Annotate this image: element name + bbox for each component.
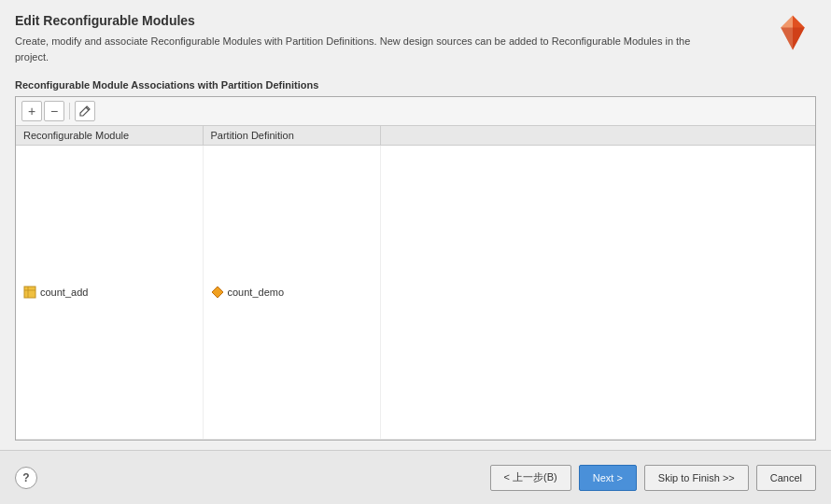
- table-row[interactable]: count_add count_demo: [16, 146, 815, 440]
- edit-reconfigurable-modules-dialog: Edit Reconfigurable Modules Create, modi…: [0, 0, 831, 504]
- column-header-extra: [380, 126, 815, 146]
- next-button[interactable]: Next >: [579, 465, 637, 491]
- table-cell-module: count_add: [16, 146, 203, 440]
- toolbar-separator: [69, 103, 70, 119]
- logo-area: [769, 9, 816, 56]
- remove-button[interactable]: −: [44, 101, 64, 121]
- table-container: + − Reconfigurable Module Partition Defi…: [15, 96, 816, 441]
- partition-name: count_demo: [228, 287, 285, 298]
- dialog-footer: ? < 上一步(B) Next > Skip to Finish >> Canc…: [0, 450, 831, 504]
- svg-marker-5: [212, 287, 223, 298]
- back-button[interactable]: < 上一步(B): [490, 465, 571, 491]
- header-left: Edit Reconfigurable Modules Create, modi…: [15, 13, 769, 64]
- section-label: Reconfigurable Module Associations with …: [15, 79, 816, 91]
- footer-buttons: < 上一步(B) Next > Skip to Finish >> Cancel: [490, 465, 816, 491]
- table-body: count_add count_demo: [16, 146, 815, 440]
- column-header-rm: Reconfigurable Module: [16, 126, 203, 146]
- module-icon: [23, 286, 36, 299]
- vivado-logo-icon: [774, 14, 811, 51]
- table-cell-partition: count_demo: [203, 146, 380, 440]
- dialog-description: Create, modify and associate Reconfigura…: [15, 34, 725, 64]
- table-cell-extra: [380, 146, 815, 440]
- table-header: Reconfigurable Module Partition Definiti…: [16, 126, 815, 146]
- module-name: count_add: [40, 287, 88, 298]
- dialog-header: Edit Reconfigurable Modules Create, modi…: [0, 0, 831, 70]
- column-header-pd: Partition Definition: [203, 126, 380, 146]
- svg-rect-2: [24, 287, 35, 298]
- cancel-button[interactable]: Cancel: [756, 465, 816, 491]
- dialog-content: Reconfigurable Module Associations with …: [0, 70, 831, 450]
- dialog-title: Edit Reconfigurable Modules: [15, 13, 769, 28]
- toolbar: + −: [16, 97, 815, 126]
- association-table: Reconfigurable Module Partition Definiti…: [16, 126, 815, 440]
- partition-icon: [211, 286, 224, 299]
- footer-left: ?: [15, 467, 37, 489]
- add-button[interactable]: +: [21, 101, 42, 121]
- help-button[interactable]: ?: [15, 467, 37, 489]
- skip-to-finish-button[interactable]: Skip to Finish >>: [644, 465, 749, 491]
- edit-button[interactable]: [75, 101, 95, 121]
